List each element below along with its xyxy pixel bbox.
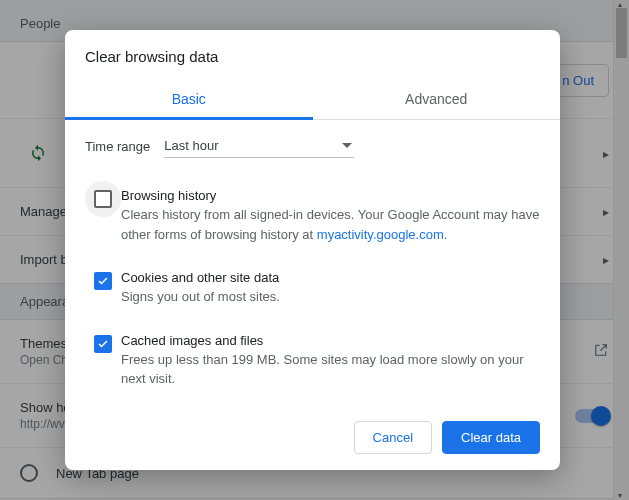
option-desc: Clears history from all signed-in device… bbox=[121, 205, 540, 244]
dialog-actions: Cancel Clear data bbox=[65, 405, 560, 454]
clear-data-button[interactable]: Clear data bbox=[442, 421, 540, 454]
checkbox[interactable] bbox=[94, 335, 112, 353]
dialog-body: Time range Last hour Browsing historyCle… bbox=[65, 120, 560, 405]
cancel-button[interactable]: Cancel bbox=[354, 421, 432, 454]
time-range-select[interactable]: Last hour bbox=[164, 134, 354, 158]
option-title: Cookies and other site data bbox=[121, 270, 540, 285]
tab-basic[interactable]: Basic bbox=[65, 79, 313, 119]
caret-down-icon bbox=[342, 143, 352, 148]
option-title: Cached images and files bbox=[121, 333, 540, 348]
option-row: Cookies and other site dataSigns you out… bbox=[85, 260, 540, 323]
option-desc: Frees up less than 199 MB. Some sites ma… bbox=[121, 350, 540, 389]
dialog-tabs: Basic Advanced bbox=[65, 79, 560, 120]
dialog-title: Clear browsing data bbox=[65, 30, 560, 79]
option-row: Cached images and filesFrees up less tha… bbox=[85, 323, 540, 405]
checkbox[interactable] bbox=[94, 272, 112, 290]
clear-browsing-data-dialog: Clear browsing data Basic Advanced Time … bbox=[65, 30, 560, 470]
option-desc: Signs you out of most sites. bbox=[121, 287, 540, 307]
option-row: Browsing historyClears history from all … bbox=[85, 178, 540, 260]
checkbox[interactable] bbox=[94, 190, 112, 208]
tab-advanced[interactable]: Advanced bbox=[313, 79, 561, 119]
time-range-row: Time range Last hour bbox=[85, 134, 540, 158]
time-range-label: Time range bbox=[85, 139, 150, 154]
option-title: Browsing history bbox=[121, 188, 540, 203]
time-range-value: Last hour bbox=[164, 138, 218, 153]
option-link[interactable]: myactivity.google.com bbox=[317, 227, 444, 242]
